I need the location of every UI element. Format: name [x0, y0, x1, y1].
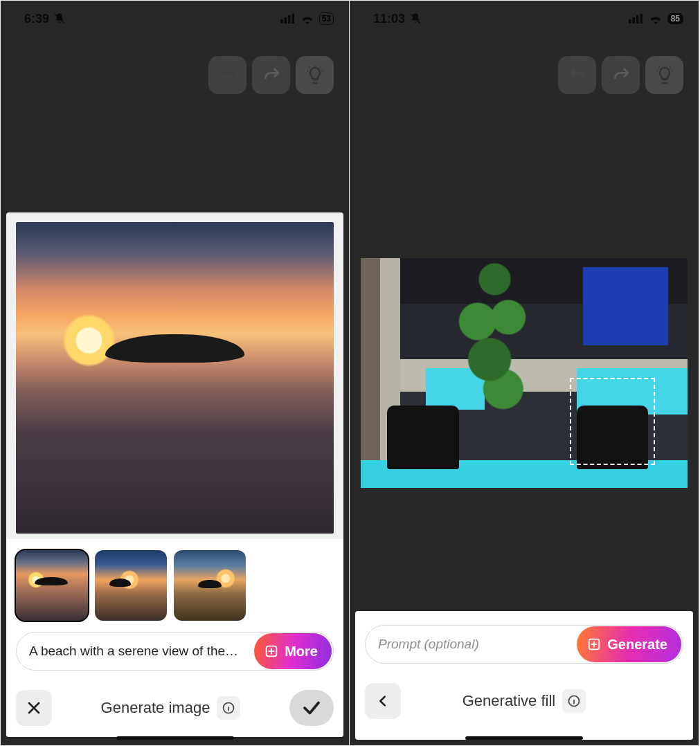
- idea-button[interactable]: [296, 56, 334, 94]
- status-bar: 11:03 85: [350, 1, 699, 35]
- svg-rect-8: [636, 15, 639, 24]
- preview-image[interactable]: [16, 222, 334, 534]
- sheet-title: Generative fill: [463, 692, 556, 710]
- silent-icon: [409, 12, 422, 25]
- battery-indicator: 53: [319, 12, 334, 25]
- idea-button[interactable]: [645, 56, 683, 94]
- generate-button[interactable]: Generate: [577, 626, 681, 662]
- sparkle-icon: [586, 637, 602, 652]
- info-icon: [567, 694, 581, 708]
- redo-icon: [611, 65, 631, 86]
- svg-rect-6: [629, 19, 631, 24]
- chevron-left-icon: [375, 693, 391, 709]
- phone-left: 6:39 53: [0, 0, 350, 746]
- svg-rect-0: [280, 19, 283, 24]
- redo-icon: [261, 65, 282, 86]
- generated-image: [16, 222, 334, 534]
- wifi-icon: [300, 14, 314, 24]
- info-button[interactable]: [217, 696, 240, 720]
- prompt-pill: A beach with a serene view of the s... M…: [16, 632, 334, 671]
- generative-fill-sheet: Prompt (optional) Generate Generative fi…: [355, 611, 693, 740]
- status-bar: 6:39 53: [1, 1, 349, 35]
- sheet-title: Generate image: [101, 699, 210, 717]
- info-icon: [222, 701, 235, 715]
- back-button[interactable]: [365, 683, 401, 719]
- bottom-bar: Generative fill: [365, 664, 683, 719]
- variations-row: [6, 539, 343, 628]
- cellular-icon: [629, 14, 644, 24]
- top-toolbar: [350, 35, 699, 98]
- wifi-icon: [649, 14, 663, 24]
- prompt-input[interactable]: A beach with a serene view of the s...: [17, 644, 254, 659]
- phone-right: 11:03 85: [350, 0, 699, 746]
- info-button[interactable]: [562, 689, 586, 713]
- status-time: 11:03: [373, 12, 405, 26]
- variation-thumb[interactable]: [174, 550, 246, 621]
- variation-thumb[interactable]: [95, 550, 167, 621]
- confirm-button[interactable]: [289, 690, 334, 726]
- close-icon: [26, 700, 42, 716]
- prompt-pill: Prompt (optional) Generate: [365, 625, 683, 664]
- silent-icon: [53, 12, 66, 25]
- home-indicator: [465, 736, 583, 740]
- undo-icon: [217, 65, 238, 86]
- home-indicator: [116, 736, 234, 740]
- lightbulb-icon: [654, 65, 675, 86]
- svg-rect-3: [291, 14, 294, 24]
- svg-rect-2: [288, 15, 291, 24]
- more-button[interactable]: More: [254, 633, 332, 669]
- selection-rectangle[interactable]: [570, 378, 655, 465]
- check-icon: [301, 698, 322, 718]
- top-toolbar: [1, 35, 349, 98]
- status-time: 6:39: [24, 12, 49, 26]
- lightbulb-icon: [305, 65, 325, 86]
- svg-rect-9: [640, 14, 643, 24]
- close-button[interactable]: [16, 690, 52, 726]
- battery-indicator: 85: [667, 13, 683, 24]
- undo-icon: [567, 65, 588, 86]
- sparkle-icon: [264, 644, 279, 659]
- bottom-bar: Generate image: [6, 673, 343, 737]
- undo-button[interactable]: [208, 56, 246, 94]
- redo-button[interactable]: [252, 56, 290, 94]
- svg-rect-1: [284, 17, 287, 24]
- redo-button[interactable]: [602, 56, 640, 94]
- prompt-input[interactable]: Prompt (optional): [366, 637, 577, 652]
- svg-rect-7: [632, 17, 635, 24]
- variation-thumb[interactable]: [16, 550, 88, 621]
- generate-image-sheet: A beach with a serene view of the s... M…: [6, 212, 343, 737]
- undo-button[interactable]: [558, 56, 596, 94]
- canvas-image[interactable]: [361, 258, 688, 488]
- cellular-icon: [280, 14, 296, 24]
